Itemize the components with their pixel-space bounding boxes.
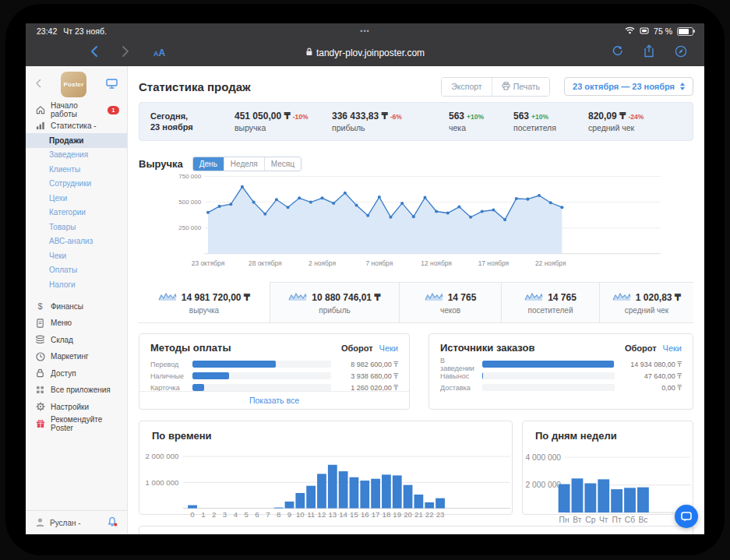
- svg-text:Чт: Чт: [599, 516, 608, 524]
- show-all-link[interactable]: Показать все: [139, 391, 409, 409]
- sidebar-item-finance[interactable]: $ Финансы: [26, 298, 127, 315]
- payment-methods-card: Методы оплаты Оборот Чеки Перевод 8 982 …: [139, 333, 410, 410]
- kpi-tab-profit[interactable]: 10 880 746,01 ₸ прибыль: [270, 282, 399, 322]
- sidebar-item-receipts[interactable]: Чеки: [26, 248, 127, 263]
- avatar: [35, 517, 45, 529]
- sidebar-item-marketing[interactable]: Маркетинг: [26, 348, 127, 365]
- compass-icon[interactable]: [675, 45, 687, 61]
- kpi-tab-avg-check[interactable]: 1 020,83 ₸ средний чек: [599, 282, 693, 322]
- svg-text:0: 0: [190, 510, 194, 519]
- svg-text:21: 21: [414, 510, 423, 519]
- export-button[interactable]: Экспорт: [442, 78, 491, 96]
- svg-text:23 октября: 23 октября: [192, 259, 224, 267]
- svg-text:4 000 000: 4 000 000: [525, 453, 561, 462]
- svg-text:19: 19: [393, 510, 401, 519]
- sidebar-item-abc[interactable]: АВС-анализ: [26, 234, 127, 249]
- chat-button[interactable]: [675, 505, 698, 528]
- user-menu[interactable]: Руслан -: [26, 510, 127, 534]
- sparkline-icon: [288, 291, 307, 305]
- card-title: Популярные товары: [152, 533, 680, 534]
- order-sources-card: Источники заказов Оборот Чеки В заведени…: [428, 333, 693, 410]
- today-label: Сегодня, 23 ноября: [150, 111, 235, 133]
- svg-text:22 ноября: 22 ноября: [535, 259, 566, 267]
- svg-text:15: 15: [350, 510, 358, 519]
- reload-icon[interactable]: [612, 45, 623, 60]
- revenue-chart-title: Выручка: [139, 158, 183, 170]
- svg-text:17 ноября: 17 ноября: [478, 259, 510, 267]
- layers-icon: [35, 335, 45, 344]
- battery-icon: [677, 27, 693, 36]
- source-row: Доставка 0,00 ₸: [429, 382, 693, 393]
- sidebar-item-label: Начало работы: [51, 101, 102, 118]
- kpi-tab-revenue[interactable]: 14 981 720,00 ₸ выручка: [139, 282, 270, 322]
- screen: 23:42 Чт 23 нояб. ••• 75 % AA tandyr-plo…: [26, 23, 704, 534]
- sidebar-item-payments[interactable]: Оплаты: [26, 263, 127, 278]
- kpi-tab-receipts[interactable]: 14 765 чеков: [399, 282, 501, 322]
- summary-strip: Сегодня, 23 ноября 451 050,00 ₸-10% выру…: [139, 102, 693, 141]
- checks-toggle[interactable]: Чеки: [379, 343, 398, 353]
- share-icon[interactable]: [644, 44, 654, 61]
- text-size-button[interactable]: AA: [153, 48, 165, 58]
- svg-text:5: 5: [245, 510, 249, 519]
- summary-stat-visitors: 563+10% посетителя: [513, 111, 588, 132]
- sidebar-item-recommend[interactable]: Рекомендуйте Poster: [26, 415, 127, 432]
- user-name: Руслан -: [50, 519, 103, 527]
- svg-text:2 000 000: 2 000 000: [525, 481, 561, 489]
- sidebar-item-taxes[interactable]: Налоги: [26, 277, 127, 292]
- turnover-toggle[interactable]: Оборот: [341, 343, 373, 353]
- date-range-picker[interactable]: 23 октября — 23 ноября: [564, 77, 693, 96]
- tab-month[interactable]: Месяц: [264, 157, 301, 171]
- sidebar-collapse-icon[interactable]: [35, 79, 41, 90]
- card-title: Источники заказов: [440, 342, 625, 354]
- gift-icon: [35, 419, 45, 428]
- sidebar-item-clients[interactable]: Клиенты: [26, 162, 127, 177]
- printer-icon: [502, 82, 510, 92]
- terminal-icon[interactable]: [106, 79, 118, 90]
- svg-text:17: 17: [372, 510, 380, 519]
- sidebar-item-locations[interactable]: Заведения: [26, 148, 127, 163]
- tab-day[interactable]: День: [193, 157, 224, 171]
- sidebar-item-categories[interactable]: Категории: [26, 206, 127, 220]
- bell-icon[interactable]: [108, 516, 118, 529]
- sidebar-item-apps[interactable]: Все приложения: [26, 382, 127, 399]
- sidebar-item-menu[interactable]: Меню: [26, 315, 127, 332]
- by-time-bar-chart: 2 000 0001 000 0000123456789101112131415…: [139, 443, 512, 527]
- svg-text:13: 13: [328, 510, 337, 519]
- sidebar-item-employees[interactable]: Сотрудники: [26, 177, 127, 192]
- source-row: В заведении 14 934 080,00 ₸: [429, 358, 693, 370]
- svg-text:16: 16: [361, 510, 369, 519]
- notification-badge: 1: [108, 106, 119, 114]
- svg-text:Вс: Вс: [638, 516, 647, 524]
- poster-logo[interactable]: Poster: [61, 72, 86, 97]
- tab-week[interactable]: Неделя: [224, 157, 264, 171]
- svg-text:10: 10: [296, 510, 305, 519]
- by-weekday-card: По дням недели 4 000 0002 000 000ПнВтСрЧ…: [522, 421, 693, 515]
- sidebar-item-sales[interactable]: Продажи: [26, 133, 127, 148]
- sidebar-item-settings[interactable]: Настройки: [26, 399, 127, 416]
- sidebar-item-statistics[interactable]: Статистика -: [26, 118, 127, 133]
- sidebar-item-access[interactable]: Доступ: [26, 365, 127, 382]
- checks-toggle[interactable]: Чеки: [663, 343, 682, 353]
- address-bar[interactable]: tandyr-plov.joinposter.com: [305, 48, 425, 58]
- sidebar-item-start[interactable]: Начало работы 1: [26, 102, 127, 118]
- svg-text:6: 6: [255, 510, 259, 519]
- svg-text:28 октября: 28 октября: [249, 259, 281, 267]
- sidebar-item-workshops[interactable]: Цехи: [26, 191, 127, 206]
- chat-icon: [681, 512, 692, 522]
- card-title: Методы оплаты: [150, 342, 341, 354]
- forward-icon[interactable]: [122, 45, 130, 61]
- page-title: Статистика продаж: [139, 80, 441, 93]
- svg-text:18: 18: [383, 510, 391, 519]
- svg-text:250 000: 250 000: [178, 224, 201, 231]
- summary-stat-receipts: 563+10% чека: [449, 111, 513, 132]
- kpi-tab-visitors[interactable]: 14 765 посетителей: [501, 282, 599, 322]
- back-icon[interactable]: [90, 45, 98, 61]
- sidebar: Poster Начало работы 1 Статистика - Прод…: [26, 66, 128, 534]
- gear-icon: [35, 402, 45, 411]
- home-indicator-dots: •••: [360, 27, 369, 35]
- svg-text:750 000: 750 000: [178, 174, 201, 180]
- print-button[interactable]: Печать: [492, 78, 549, 96]
- turnover-toggle[interactable]: Оборот: [625, 343, 657, 353]
- sidebar-item-warehouse[interactable]: Склад: [26, 332, 127, 349]
- sidebar-item-products[interactable]: Товары: [26, 220, 127, 234]
